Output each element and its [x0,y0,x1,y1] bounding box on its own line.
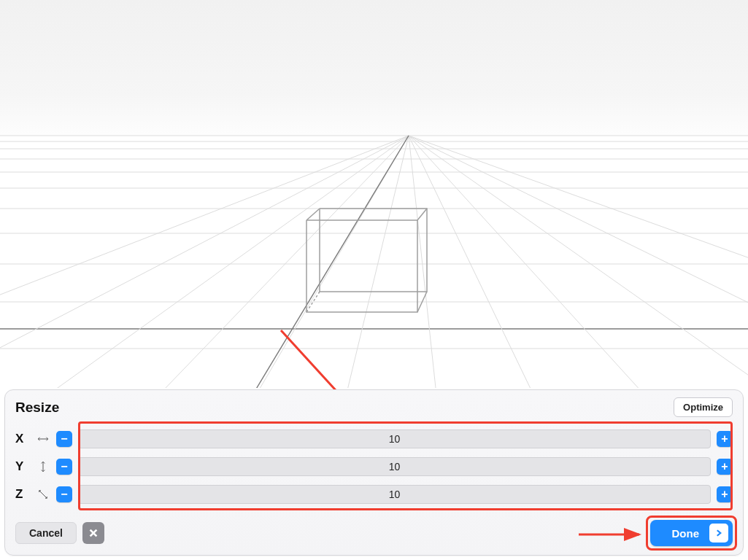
axis-x-icon [36,432,50,446]
axis-rows: X − 10 + Y − 10 + Z − 10 + [15,421,733,510]
axis-row-y: Y − 10 + [15,454,733,480]
svg-line-23 [409,136,748,388]
axis-row-x: X − 10 + [15,426,733,452]
x-value-field[interactable]: 10 [78,429,711,448]
z-value-field[interactable]: 10 [78,485,711,504]
axis-y-icon [36,459,50,474]
optimize-button[interactable]: Optimize [674,397,733,417]
svg-line-16 [146,136,409,388]
close-button[interactable] [82,522,104,544]
axis-label-y: Y [15,459,30,474]
x-increment-button[interactable]: + [717,431,733,447]
svg-line-13 [0,136,409,388]
svg-line-14 [0,136,409,388]
axis-z-icon [36,487,50,502]
svg-line-18 [343,136,409,388]
svg-line-15 [29,136,409,388]
svg-line-25 [244,136,409,388]
annotation-arrow-done [577,526,647,543]
resize-panel: Resize Optimize X − 10 + Y − 10 + Z [4,389,744,556]
svg-line-27 [417,209,427,220]
svg-line-19 [409,136,438,388]
svg-line-21 [409,136,657,388]
done-button[interactable]: Done [650,520,733,546]
scene-cube [306,209,427,312]
axis-label-z: Z [15,487,30,502]
done-label: Done [672,527,700,540]
z-increment-button[interactable]: + [717,486,733,502]
close-icon [88,528,99,538]
y-decrement-button[interactable]: − [56,459,72,475]
panel-title: Resize [15,400,59,416]
svg-line-26 [306,209,320,220]
svg-line-17 [248,136,409,388]
svg-line-20 [409,136,540,388]
x-decrement-button[interactable]: − [56,431,72,447]
viewport-grid [0,0,748,388]
axis-row-z: Z − 10 + [15,481,733,508]
cancel-button[interactable]: Cancel [15,522,77,544]
z-decrement-button[interactable]: − [56,486,72,502]
y-value-field[interactable]: 10 [78,457,711,476]
y-increment-button[interactable]: + [717,459,733,475]
axis-label-x: X [15,432,30,446]
viewport-3d[interactable] [0,0,748,388]
svg-line-24 [409,136,748,388]
svg-line-22 [409,136,748,388]
chevron-right-icon [709,524,728,542]
